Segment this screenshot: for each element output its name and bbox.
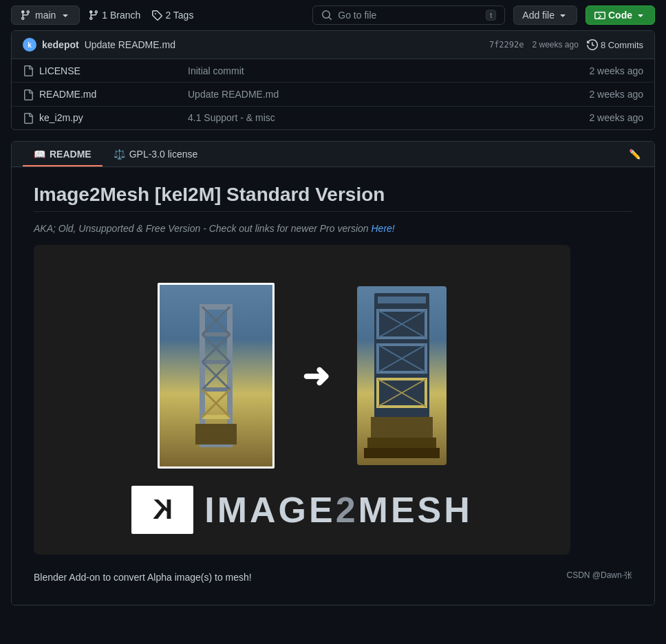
file-time: 2 weeks ago — [568, 65, 643, 76]
file-name: README.md — [39, 89, 177, 100]
add-file-label: Add file — [522, 10, 555, 21]
branch-meta-icon — [88, 10, 99, 21]
commit-message: Update README.md — [85, 39, 175, 50]
readme-subtitle: AKA; Old, Unsupported & Free Version - C… — [34, 223, 632, 234]
table-row: ke_i2m.py 4.1 Support - & misc 2 weeks a… — [12, 107, 654, 129]
file-icon — [23, 112, 34, 124]
readme-image: ➜ — [34, 245, 570, 555]
before-image — [158, 283, 275, 469]
commit-hash[interactable]: 7f2292e — [489, 40, 524, 50]
logo-text: IMAGE2MESH — [204, 489, 473, 530]
file-commit: Initial commit — [177, 65, 568, 76]
branch-button[interactable]: main — [11, 6, 80, 25]
readme-footer: Blender Add-on to convert Alpha image(s)… — [34, 566, 632, 583]
scale-icon: ⚖️ — [114, 149, 125, 160]
tags-count-label: 2 Tags — [165, 10, 193, 21]
file-link[interactable]: README.md — [39, 89, 96, 100]
branches-link[interactable]: 1 Branch — [88, 10, 140, 21]
add-file-button[interactable]: Add file — [513, 6, 577, 25]
commit-right: 7f2292e 2 weeks ago 8 Commits — [489, 39, 643, 50]
commits-link[interactable]: 8 Commits — [587, 39, 643, 50]
branches-count-label: 1 Branch — [102, 10, 140, 21]
commit-username[interactable]: kedepot — [42, 39, 79, 50]
readme-tabs: 📖 README ⚖️ GPL-3.0 license ✏️ — [12, 142, 654, 167]
subtitle-prefix: AKA; Old, Unsupported & Free Version — [34, 223, 200, 234]
search-bar[interactable]: Go to file t — [312, 6, 505, 25]
file-link[interactable]: ke_i2m.py — [39, 112, 83, 123]
tab-readme[interactable]: 📖 README — [23, 142, 103, 167]
file-name: LICENSE — [39, 65, 177, 76]
commit-text: 4.1 Support - & misc — [188, 112, 275, 123]
svg-rect-13 — [195, 424, 237, 444]
tab-license[interactable]: ⚖️ GPL-3.0 license — [103, 142, 209, 167]
search-icon — [321, 10, 332, 21]
readme-title: Image2Mesh [keI2M] Standard Version — [34, 184, 632, 212]
tab-license-label: GPL-3.0 license — [129, 149, 198, 160]
code-chevron-icon — [635, 10, 646, 21]
after-mesh-svg — [357, 286, 447, 465]
history-icon — [587, 39, 598, 50]
add-file-chevron-icon — [557, 10, 568, 21]
tag-icon — [151, 10, 162, 21]
file-link[interactable]: LICENSE — [39, 65, 80, 76]
meta-links: 1 Branch 2 Tags — [88, 10, 193, 21]
svg-rect-27 — [364, 448, 440, 458]
tags-link[interactable]: 2 Tags — [151, 10, 193, 21]
logo-box: K — [131, 486, 193, 534]
code-button[interactable]: Code — [586, 6, 655, 25]
arrow-icon: ➜ — [302, 356, 330, 395]
image-top: ➜ — [61, 266, 543, 486]
image-bottom: K IMAGE2MESH — [61, 486, 543, 534]
file-icon — [23, 65, 34, 76]
file-time: 2 weeks ago — [568, 112, 643, 123]
commit-left: k kedepot Update README.md — [23, 38, 175, 52]
before-image-wrapper — [158, 283, 275, 469]
search-placeholder: Go to file — [338, 10, 480, 21]
commit-link[interactable]: Update README.md — [188, 89, 279, 100]
file-name: ke_i2m.py — [39, 112, 177, 123]
code-icon — [594, 10, 605, 21]
logo-k-icon: K — [153, 494, 173, 525]
commit-header: k kedepot Update README.md 7f2292e 2 wee… — [12, 31, 654, 59]
code-label: Code — [608, 10, 632, 21]
top-bar: main 1 Branch 2 Tags Go to file t Add fi… — [0, 0, 666, 30]
file-commit: Update README.md — [177, 89, 568, 100]
file-commit: 4.1 Support - & misc — [177, 112, 568, 123]
chevron-down-icon — [60, 10, 71, 21]
commit-link[interactable]: Initial commit — [188, 65, 244, 76]
readme-container: 📖 README ⚖️ GPL-3.0 license ✏️ Image2Mes… — [11, 141, 655, 605]
avatar: k — [23, 38, 36, 52]
svg-rect-25 — [371, 417, 433, 438]
subtitle-link[interactable]: Here! — [371, 223, 394, 234]
readme-content: Image2Mesh [keI2M] Standard Version AKA;… — [12, 167, 654, 605]
subtitle-mid: - Check out links for newer Pro version — [200, 223, 371, 234]
readme-tabs-left: 📖 README ⚖️ GPL-3.0 license — [23, 142, 208, 167]
tab-readme-label: README — [50, 149, 92, 160]
table-row: README.md Update README.md 2 weeks ago — [12, 83, 654, 106]
csdn-credit: CSDN @Dawn·张 — [566, 567, 632, 583]
file-icon — [23, 88, 34, 100]
repo-table: k kedepot Update README.md 7f2292e 2 wee… — [11, 30, 655, 130]
commits-count-label: 8 Commits — [601, 40, 643, 50]
edit-icon[interactable]: ✏️ — [626, 146, 643, 162]
table-row: LICENSE Initial commit 2 weeks ago — [12, 59, 654, 83]
before-mesh-svg — [182, 300, 250, 451]
svg-rect-15 — [378, 297, 426, 303]
file-time: 2 weeks ago — [568, 89, 643, 100]
search-kbd: t — [486, 10, 496, 21]
branch-label: main — [35, 10, 56, 21]
readme-desc: Blender Add-on to convert Alpha image(s)… — [34, 572, 252, 583]
after-image — [357, 286, 447, 465]
commit-time: 2 weeks ago — [532, 40, 578, 50]
book-icon: 📖 — [34, 149, 45, 160]
